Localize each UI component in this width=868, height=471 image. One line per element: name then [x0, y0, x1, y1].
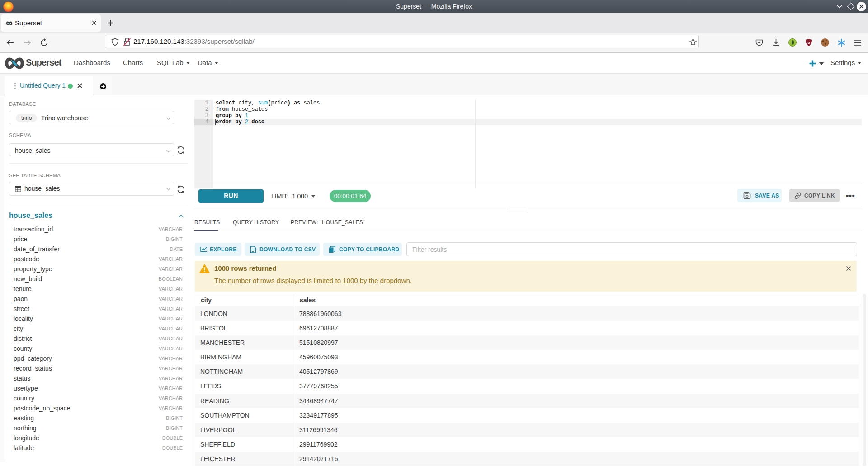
svg-text:u: u: [808, 41, 810, 45]
